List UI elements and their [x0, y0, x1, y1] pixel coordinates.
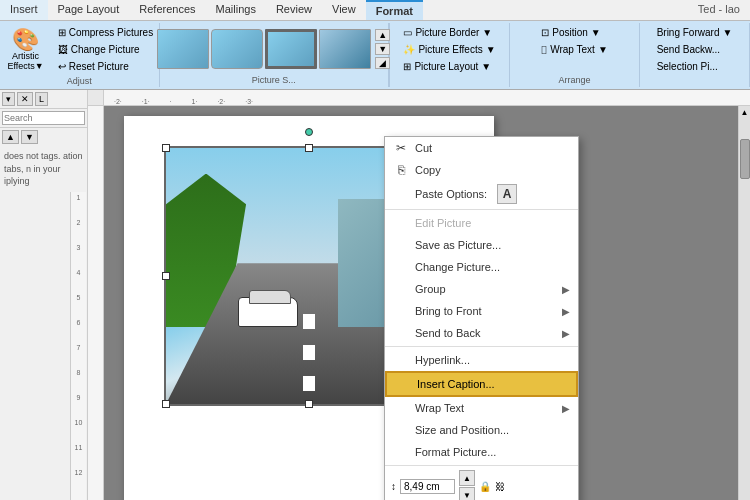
scroll-thumb[interactable] [740, 139, 750, 179]
picture-style-4[interactable] [319, 29, 371, 69]
group-icon [393, 281, 409, 297]
ctx-change-picture[interactable]: Change Picture... [385, 256, 578, 278]
height-up-button[interactable]: ▲ [459, 470, 475, 486]
hyperlink-icon [393, 352, 409, 368]
tab-page-layout[interactable]: Page Layout [48, 0, 130, 20]
height-lock-icon: 🔒 [479, 481, 491, 492]
send-group: Bring Forward ▼ Send Backw... Selection … [640, 23, 750, 87]
vertical-ruler: 1 2 3 4 5 6 7 8 9 10 11 12 [70, 192, 86, 500]
ruler-row: ·2· ·1· · 1· ·2· ·3· [88, 90, 750, 106]
ctx-sep-0 [385, 209, 578, 210]
picture-border-button[interactable]: ▭ Picture Border ▼ [398, 25, 497, 40]
artistic-effects-button[interactable]: 🎨 ArtisticEffects▼ [0, 26, 50, 74]
page-area-row: ✂ Cut ⎘ Copy Paste Options: A [88, 106, 750, 500]
paste-icon [393, 186, 409, 202]
layout-icon: ⊞ [403, 61, 411, 72]
ribbon-group-adjust: 🎨 ArtisticEffects▼ ⊞ Compress Pictures 🖼… [0, 23, 160, 87]
wrap-text-button[interactable]: ⌷ Wrap Text ▼ [536, 42, 613, 57]
ribbon-tab-bar: Insert Page Layout References Mailings R… [0, 0, 750, 21]
selection-pane-button[interactable]: Selection Pi... [652, 59, 723, 74]
position-group: ⊡ Position ▼ ⌷ Wrap Text ▼ Arrange [510, 23, 640, 87]
border-items: ▭ Picture Border ▼ ✨ Picture Effects ▼ ⊞… [398, 25, 500, 85]
ctx-bring-to-front[interactable]: Bring to Front ▶ [385, 300, 578, 322]
nav-down-button[interactable]: ▼ [21, 130, 38, 144]
ctx-paste-options[interactable]: Paste Options: A [385, 181, 578, 207]
reset-picture-button[interactable]: ↩ Reset Picture [53, 59, 158, 74]
sidebar: ▾ ✕ L ▲ ▼ does not tags. ation tabs, n i… [0, 90, 88, 500]
border-icon: ▭ [403, 27, 412, 38]
rotate-handle[interactable] [305, 128, 313, 136]
cut-icon: ✂ [393, 140, 409, 156]
sidebar-search [0, 109, 87, 128]
sidebar-toggle-button[interactable]: ▾ [2, 92, 15, 106]
race-car [238, 297, 298, 327]
handle-bottom-middle[interactable] [305, 400, 313, 408]
tab-references[interactable]: References [129, 0, 205, 20]
save-icon [393, 237, 409, 253]
ctx-group[interactable]: Group ▶ [385, 278, 578, 300]
document-area: ·2· ·1· · 1· ·2· ·3· [88, 90, 750, 500]
ctx-size-position[interactable]: Size and Position... [385, 419, 578, 441]
handle-middle-left[interactable] [162, 272, 170, 280]
user-name[interactable]: Ted - lao [688, 0, 750, 20]
ctx-wrap-text[interactable]: Wrap Text ▶ [385, 397, 578, 419]
vertical-scrollbar[interactable]: ▲ ▼ [738, 106, 750, 500]
ctx-save-as-picture[interactable]: Save as Picture... [385, 234, 578, 256]
ctx-hyperlink[interactable]: Hyperlink... [385, 349, 578, 371]
picture-effects-button[interactable]: ✨ Picture Effects ▼ [398, 42, 500, 57]
picture-style-3[interactable] [265, 29, 317, 69]
nav-up-button[interactable]: ▲ [2, 130, 19, 144]
tab-insert[interactable]: Insert [0, 0, 48, 20]
style-expand-button[interactable]: ◢ [375, 57, 390, 69]
artistic-effects-icon: 🎨 [12, 29, 39, 51]
compress-pictures-button[interactable]: ⊞ Compress Pictures [53, 25, 158, 40]
ribbon-arrange-group: ▭ Picture Border ▼ ✨ Picture Effects ▼ ⊞… [389, 23, 750, 87]
main-area: ▾ ✕ L ▲ ▼ does not tags. ation tabs, n i… [0, 90, 750, 500]
paste-format-button[interactable]: A [497, 184, 517, 204]
sidebar-nav: ▲ ▼ [0, 128, 87, 146]
ctx-sep-2 [385, 465, 578, 466]
picture-style-2[interactable] [211, 29, 263, 69]
change-picture-button[interactable]: 🖼 Change Picture [53, 42, 158, 57]
lane-lines [303, 314, 314, 391]
tab-mailings[interactable]: Mailings [206, 0, 266, 20]
paste-option-buttons: A [497, 184, 517, 204]
picture-layout-button[interactable]: ⊞ Picture Layout ▼ [398, 59, 496, 74]
adjust-label: Adjust [67, 74, 92, 86]
wrap-text-icon [393, 400, 409, 416]
tab-format[interactable]: Format [366, 0, 423, 20]
ribbon-group-picture-styles: ▲ ▼ ◢ Picture S... [160, 23, 389, 87]
change-pic-icon: 🖼 [58, 44, 68, 55]
send-back-icon [393, 325, 409, 341]
picture-border-group: ▭ Picture Border ▼ ✨ Picture Effects ▼ ⊞… [390, 23, 510, 87]
ctx-cut[interactable]: ✂ Cut [385, 137, 578, 159]
ctx-sep-1 [385, 346, 578, 347]
handle-top-left[interactable] [162, 144, 170, 152]
height-chain-icon: ⛓ [495, 481, 505, 492]
ctx-copy[interactable]: ⎘ Copy [385, 159, 578, 181]
sidebar-close-button[interactable]: ✕ [17, 92, 33, 106]
ctx-format-picture[interactable]: Format Picture... [385, 441, 578, 463]
sidebar-toolbar: ▾ ✕ L [0, 90, 87, 109]
scroll-up-button[interactable]: ▲ [739, 106, 750, 119]
search-input[interactable] [2, 111, 85, 125]
sidebar-tab-button[interactable]: L [35, 92, 48, 106]
tab-view[interactable]: View [322, 0, 366, 20]
context-menu: ✂ Cut ⎘ Copy Paste Options: A [384, 136, 579, 500]
tab-review[interactable]: Review [266, 0, 322, 20]
picture-style-1[interactable] [157, 29, 209, 69]
style-up-button[interactable]: ▲ [375, 29, 390, 41]
ctx-send-to-back[interactable]: Send to Back ▶ [385, 322, 578, 344]
ctx-edit-picture: Edit Picture [385, 212, 578, 234]
position-button[interactable]: ⊡ Position ▼ [536, 25, 605, 40]
effects-icon: ✨ [403, 44, 415, 55]
handle-bottom-left[interactable] [162, 400, 170, 408]
height-input[interactable] [400, 479, 455, 494]
height-down-button[interactable]: ▼ [459, 487, 475, 500]
handle-top-middle[interactable] [305, 144, 313, 152]
send-backward-button[interactable]: Send Backw... [652, 42, 725, 57]
bring-forward-button[interactable]: Bring Forward ▼ [652, 25, 738, 40]
ctx-insert-caption[interactable]: Insert Caption... [385, 371, 578, 397]
style-down-button[interactable]: ▼ [375, 43, 390, 55]
horizontal-ruler: ·2· ·1· · 1· ·2· ·3· [104, 90, 750, 106]
